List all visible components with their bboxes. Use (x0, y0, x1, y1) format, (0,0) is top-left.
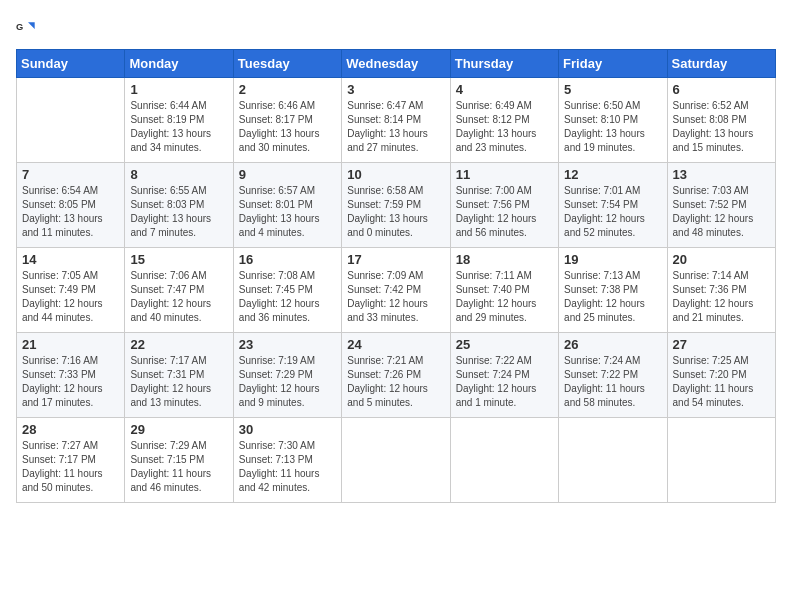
cell-content: Sunrise: 7:06 AM Sunset: 7:47 PM Dayligh… (130, 269, 227, 325)
calendar-cell: 28Sunrise: 7:27 AM Sunset: 7:17 PM Dayli… (17, 418, 125, 503)
header-thursday: Thursday (450, 50, 558, 78)
day-number: 24 (347, 337, 444, 352)
day-number: 25 (456, 337, 553, 352)
day-number: 16 (239, 252, 336, 267)
svg-text:G: G (16, 22, 23, 32)
calendar-cell: 3Sunrise: 6:47 AM Sunset: 8:14 PM Daylig… (342, 78, 450, 163)
cell-content: Sunrise: 7:17 AM Sunset: 7:31 PM Dayligh… (130, 354, 227, 410)
calendar-cell: 13Sunrise: 7:03 AM Sunset: 7:52 PM Dayli… (667, 163, 775, 248)
svg-marker-1 (28, 22, 35, 29)
calendar-cell (559, 418, 667, 503)
cell-content: Sunrise: 7:03 AM Sunset: 7:52 PM Dayligh… (673, 184, 770, 240)
calendar-cell: 6Sunrise: 6:52 AM Sunset: 8:08 PM Daylig… (667, 78, 775, 163)
day-number: 23 (239, 337, 336, 352)
calendar-cell (667, 418, 775, 503)
day-number: 8 (130, 167, 227, 182)
day-number: 18 (456, 252, 553, 267)
cell-content: Sunrise: 6:52 AM Sunset: 8:08 PM Dayligh… (673, 99, 770, 155)
day-number: 3 (347, 82, 444, 97)
calendar-cell: 15Sunrise: 7:06 AM Sunset: 7:47 PM Dayli… (125, 248, 233, 333)
calendar-cell: 10Sunrise: 6:58 AM Sunset: 7:59 PM Dayli… (342, 163, 450, 248)
calendar-cell: 4Sunrise: 6:49 AM Sunset: 8:12 PM Daylig… (450, 78, 558, 163)
calendar-cell: 23Sunrise: 7:19 AM Sunset: 7:29 PM Dayli… (233, 333, 341, 418)
cell-content: Sunrise: 6:47 AM Sunset: 8:14 PM Dayligh… (347, 99, 444, 155)
cell-content: Sunrise: 7:30 AM Sunset: 7:13 PM Dayligh… (239, 439, 336, 495)
cell-content: Sunrise: 6:58 AM Sunset: 7:59 PM Dayligh… (347, 184, 444, 240)
page-header: G (16, 16, 776, 37)
cell-content: Sunrise: 7:25 AM Sunset: 7:20 PM Dayligh… (673, 354, 770, 410)
day-number: 12 (564, 167, 661, 182)
header-saturday: Saturday (667, 50, 775, 78)
calendar-cell: 19Sunrise: 7:13 AM Sunset: 7:38 PM Dayli… (559, 248, 667, 333)
cell-content: Sunrise: 6:50 AM Sunset: 8:10 PM Dayligh… (564, 99, 661, 155)
cell-content: Sunrise: 7:22 AM Sunset: 7:24 PM Dayligh… (456, 354, 553, 410)
day-number: 4 (456, 82, 553, 97)
cell-content: Sunrise: 6:55 AM Sunset: 8:03 PM Dayligh… (130, 184, 227, 240)
day-number: 30 (239, 422, 336, 437)
calendar-cell: 7Sunrise: 6:54 AM Sunset: 8:05 PM Daylig… (17, 163, 125, 248)
day-number: 28 (22, 422, 119, 437)
calendar-cell (342, 418, 450, 503)
calendar-cell: 22Sunrise: 7:17 AM Sunset: 7:31 PM Dayli… (125, 333, 233, 418)
week-row-1: 1Sunrise: 6:44 AM Sunset: 8:19 PM Daylig… (17, 78, 776, 163)
day-number: 20 (673, 252, 770, 267)
day-number: 21 (22, 337, 119, 352)
calendar-cell: 14Sunrise: 7:05 AM Sunset: 7:49 PM Dayli… (17, 248, 125, 333)
day-number: 15 (130, 252, 227, 267)
cell-content: Sunrise: 7:21 AM Sunset: 7:26 PM Dayligh… (347, 354, 444, 410)
calendar-cell: 27Sunrise: 7:25 AM Sunset: 7:20 PM Dayli… (667, 333, 775, 418)
calendar-cell: 8Sunrise: 6:55 AM Sunset: 8:03 PM Daylig… (125, 163, 233, 248)
calendar-cell: 29Sunrise: 7:29 AM Sunset: 7:15 PM Dayli… (125, 418, 233, 503)
calendar-cell: 2Sunrise: 6:46 AM Sunset: 8:17 PM Daylig… (233, 78, 341, 163)
day-number: 2 (239, 82, 336, 97)
day-number: 19 (564, 252, 661, 267)
week-row-2: 7Sunrise: 6:54 AM Sunset: 8:05 PM Daylig… (17, 163, 776, 248)
day-number: 27 (673, 337, 770, 352)
cell-content: Sunrise: 7:13 AM Sunset: 7:38 PM Dayligh… (564, 269, 661, 325)
header-sunday: Sunday (17, 50, 125, 78)
week-row-5: 28Sunrise: 7:27 AM Sunset: 7:17 PM Dayli… (17, 418, 776, 503)
day-number: 7 (22, 167, 119, 182)
calendar-header: SundayMondayTuesdayWednesdayThursdayFrid… (17, 50, 776, 78)
header-monday: Monday (125, 50, 233, 78)
calendar-cell: 16Sunrise: 7:08 AM Sunset: 7:45 PM Dayli… (233, 248, 341, 333)
day-number: 29 (130, 422, 227, 437)
day-number: 6 (673, 82, 770, 97)
calendar-cell: 18Sunrise: 7:11 AM Sunset: 7:40 PM Dayli… (450, 248, 558, 333)
calendar-cell: 5Sunrise: 6:50 AM Sunset: 8:10 PM Daylig… (559, 78, 667, 163)
calendar-cell: 9Sunrise: 6:57 AM Sunset: 8:01 PM Daylig… (233, 163, 341, 248)
calendar-body: 1Sunrise: 6:44 AM Sunset: 8:19 PM Daylig… (17, 78, 776, 503)
calendar-cell (17, 78, 125, 163)
day-number: 5 (564, 82, 661, 97)
cell-content: Sunrise: 6:46 AM Sunset: 8:17 PM Dayligh… (239, 99, 336, 155)
day-number: 10 (347, 167, 444, 182)
calendar-cell: 12Sunrise: 7:01 AM Sunset: 7:54 PM Dayli… (559, 163, 667, 248)
cell-content: Sunrise: 6:57 AM Sunset: 8:01 PM Dayligh… (239, 184, 336, 240)
cell-content: Sunrise: 7:24 AM Sunset: 7:22 PM Dayligh… (564, 354, 661, 410)
cell-content: Sunrise: 7:01 AM Sunset: 7:54 PM Dayligh… (564, 184, 661, 240)
calendar-cell: 1Sunrise: 6:44 AM Sunset: 8:19 PM Daylig… (125, 78, 233, 163)
day-number: 14 (22, 252, 119, 267)
header-wednesday: Wednesday (342, 50, 450, 78)
day-number: 9 (239, 167, 336, 182)
logo: G (16, 16, 40, 37)
cell-content: Sunrise: 7:14 AM Sunset: 7:36 PM Dayligh… (673, 269, 770, 325)
day-number: 17 (347, 252, 444, 267)
cell-content: Sunrise: 7:11 AM Sunset: 7:40 PM Dayligh… (456, 269, 553, 325)
day-number: 11 (456, 167, 553, 182)
calendar-cell: 30Sunrise: 7:30 AM Sunset: 7:13 PM Dayli… (233, 418, 341, 503)
cell-content: Sunrise: 7:09 AM Sunset: 7:42 PM Dayligh… (347, 269, 444, 325)
cell-content: Sunrise: 6:54 AM Sunset: 8:05 PM Dayligh… (22, 184, 119, 240)
calendar-cell: 17Sunrise: 7:09 AM Sunset: 7:42 PM Dayli… (342, 248, 450, 333)
header-row: SundayMondayTuesdayWednesdayThursdayFrid… (17, 50, 776, 78)
calendar-cell: 24Sunrise: 7:21 AM Sunset: 7:26 PM Dayli… (342, 333, 450, 418)
day-number: 13 (673, 167, 770, 182)
calendar-table: SundayMondayTuesdayWednesdayThursdayFrid… (16, 49, 776, 503)
header-friday: Friday (559, 50, 667, 78)
calendar-cell: 21Sunrise: 7:16 AM Sunset: 7:33 PM Dayli… (17, 333, 125, 418)
cell-content: Sunrise: 6:44 AM Sunset: 8:19 PM Dayligh… (130, 99, 227, 155)
calendar-cell: 26Sunrise: 7:24 AM Sunset: 7:22 PM Dayli… (559, 333, 667, 418)
calendar-cell (450, 418, 558, 503)
day-number: 22 (130, 337, 227, 352)
cell-content: Sunrise: 7:29 AM Sunset: 7:15 PM Dayligh… (130, 439, 227, 495)
